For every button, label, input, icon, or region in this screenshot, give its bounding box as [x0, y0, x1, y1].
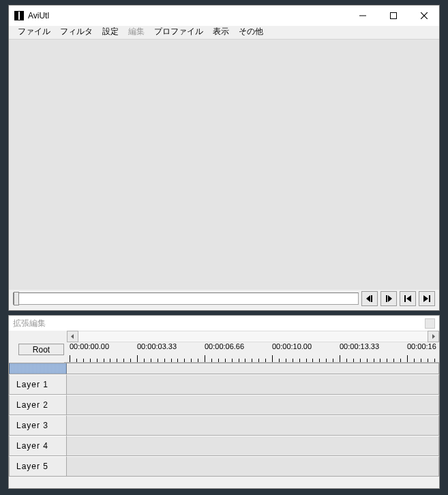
layer-label[interactable]: Layer 4	[9, 436, 67, 456]
timeline-title: 拡張編集	[13, 318, 46, 329]
time-label: 00:00:06.66	[205, 342, 244, 350]
layer-label[interactable]: Layer 5	[9, 456, 67, 477]
layer-row: Layer 5	[9, 456, 439, 477]
timeline-titlebar[interactable]: 拡張編集	[9, 316, 439, 331]
menubar: ファイルフィルタ設定編集プロファイル表示その他	[9, 26, 439, 40]
time-label: 00:00:03.33	[137, 342, 177, 350]
main-window: AviUtl ファイルフィルタ設定編集プロファイル表示その他	[8, 5, 440, 311]
goto-end-button[interactable]	[419, 291, 435, 306]
svg-marker-9	[406, 295, 411, 302]
close-button[interactable]	[408, 5, 439, 26]
app-title: AviUtl	[28, 11, 49, 20]
menu-フィルタ[interactable]: フィルタ	[55, 25, 98, 39]
step-forward-button[interactable]	[380, 291, 397, 306]
goto-start-button[interactable]	[400, 291, 416, 306]
svg-rect-11	[429, 295, 430, 302]
thumbnail-strip[interactable]	[9, 363, 67, 374]
menu-設定[interactable]: 設定	[98, 25, 123, 39]
playback-controls	[9, 290, 439, 310]
layer-label[interactable]: Layer 2	[9, 395, 67, 415]
svg-marker-12	[71, 334, 74, 339]
svg-rect-5	[371, 295, 372, 302]
layer-track[interactable]	[67, 395, 439, 415]
titlebar[interactable]: AviUtl	[9, 5, 439, 26]
seek-thumb[interactable]	[14, 292, 19, 305]
menu-表示[interactable]: 表示	[208, 25, 234, 39]
layer-row: Layer 4	[9, 436, 439, 456]
timeline-layers: Layer 1Layer 2Layer 3Layer 4Layer 5	[9, 374, 439, 488]
preview-area[interactable]	[9, 40, 439, 290]
hscroll-left-arrow[interactable]	[67, 331, 78, 342]
maximize-button[interactable]	[378, 5, 408, 26]
app-icon	[14, 11, 24, 20]
layer-row: Layer 1	[9, 374, 439, 395]
minimize-button[interactable]	[347, 5, 378, 26]
timeline-window: 拡張編集 Root 00:00:00.0000:00:03.3300:00:06…	[8, 315, 440, 489]
hscroll-track[interactable]	[78, 331, 428, 342]
svg-rect-6	[386, 295, 387, 302]
svg-marker-7	[388, 295, 392, 302]
timeline-ruler-scale[interactable]: 00:00:00.0000:00:03.3300:00:06.6600:00:1…	[64, 342, 439, 363]
seek-slider[interactable]	[13, 292, 359, 305]
layer-track[interactable]	[67, 436, 439, 456]
timeline-thumbnail-row	[9, 363, 439, 374]
time-label: 00:00:10.00	[272, 342, 312, 350]
time-label: 00:00:16	[407, 342, 436, 350]
step-back-button[interactable]	[361, 291, 378, 306]
layer-track[interactable]	[67, 456, 439, 477]
layer-row: Layer 3	[9, 415, 439, 436]
svg-marker-13	[432, 334, 435, 339]
timeline-hscroll[interactable]	[9, 331, 439, 342]
svg-rect-1	[390, 13, 396, 19]
timeline-titlebar-button[interactable]	[425, 318, 435, 329]
layer-row: Layer 2	[9, 395, 439, 415]
menu-編集: 編集	[123, 25, 149, 39]
svg-marker-10	[423, 295, 428, 302]
layer-track[interactable]	[67, 374, 439, 395]
root-button[interactable]: Root	[18, 344, 64, 355]
layer-track[interactable]	[67, 415, 439, 436]
menu-プロファイル[interactable]: プロファイル	[149, 25, 208, 39]
menu-ファイル[interactable]: ファイル	[13, 25, 55, 39]
svg-rect-8	[404, 295, 406, 302]
timeline-ruler: Root 00:00:00.0000:00:03.3300:00:06.6600…	[9, 342, 439, 363]
thumbnail-track[interactable]	[67, 363, 439, 374]
time-label: 00:00:00.00	[70, 342, 109, 350]
svg-marker-4	[366, 295, 370, 302]
layer-label[interactable]: Layer 1	[9, 374, 67, 395]
layer-label[interactable]: Layer 3	[9, 415, 67, 436]
menu-その他[interactable]: その他	[234, 25, 268, 39]
hscroll-right-arrow[interactable]	[428, 331, 439, 342]
time-label: 00:00:13.33	[340, 342, 379, 350]
